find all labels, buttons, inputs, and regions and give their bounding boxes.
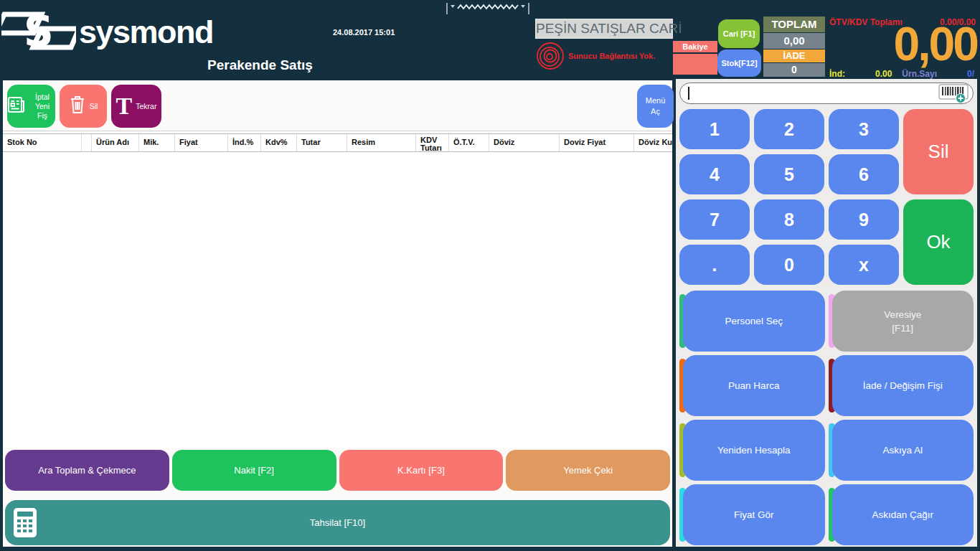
grand-total: 0,00 — [825, 17, 977, 70]
numpad: 1 2 3 Sil 4 5 6 7 8 9 Ok . 0 x — [679, 109, 974, 285]
receipt-icon — [7, 95, 26, 117]
splitter-handle[interactable] — [445, 1, 531, 19]
logo-text: sysmond — [79, 14, 213, 51]
hold-sale-button[interactable]: Askıya Al — [829, 420, 974, 481]
grid-body-empty — [3, 152, 672, 448]
column-header-empty — [82, 134, 92, 151]
column-header-doviz-kuru: Döviz Kuru — [634, 134, 672, 151]
collection-button[interactable]: Tahsilat [F10] — [5, 500, 670, 545]
numpad-key-4[interactable]: 4 — [679, 154, 750, 194]
datetime-label: 24.08.2017 15:01 — [333, 28, 395, 37]
column-header-mik: Mik. — [139, 134, 175, 151]
cari-button[interactable]: Cari [F1] — [718, 19, 760, 48]
logo-s-icon: S — [1, 7, 76, 57]
pos-window: S sysmond Perakende Satış 24.08.2017 15:… — [0, 0, 980, 551]
discount-label: İnd: — [829, 69, 845, 79]
function-button-panel: Personel Seç Veresiye [F11] Puan Harca — [679, 291, 974, 545]
discount-value: 0.00 — [875, 69, 892, 79]
grid-header-row: Stok No Ürün Adı Mik. Fiyat İnd.% Kdv% T… — [3, 133, 672, 152]
column-header-stok-no: Stok No — [3, 134, 82, 151]
trash-icon — [69, 95, 86, 118]
text-caret — [688, 87, 689, 100]
column-header-urun-adi: Ürün Adı — [92, 134, 139, 151]
toplam-label: TOPLAM — [763, 17, 825, 32]
column-header-otv: Ö.T.V. — [449, 134, 489, 151]
collection-label: Tahsilat [F10] — [310, 517, 365, 528]
header-bar: S sysmond Perakende Satış 24.08.2017 15:… — [0, 0, 980, 80]
cash-button[interactable]: Nakit [F2] — [172, 450, 336, 491]
balance-value-box — [673, 54, 717, 75]
recall-hold-button[interactable]: Askıdan Çağır — [829, 484, 974, 545]
numpad-key-8[interactable]: 8 — [754, 199, 824, 240]
column-header-kdv: Kdv% — [261, 134, 297, 151]
delete-line-label: Sil — [90, 102, 98, 111]
sales-panel: İptal Yeni Fiş Sil T Tekrar — [3, 80, 672, 547]
customer-display: PEŞİN SATIŞLAR CARİ — [535, 19, 673, 39]
toolbar: İptal Yeni Fiş Sil T Tekrar — [3, 80, 672, 131]
connection-status-text: Sunucu Bağlantısı Yok. — [568, 52, 655, 60]
repeat-label: Tekrar — [136, 102, 156, 111]
credit-card-button[interactable]: K.Kartı [F3] — [339, 450, 504, 491]
payment-button-row: Ara Toplam & Çekmece Nakit [F2] K.Kartı … — [5, 450, 670, 491]
column-header-ind: İnd.% — [228, 134, 261, 151]
numpad-key-3[interactable]: 3 — [829, 109, 899, 149]
barcode-input-wrap — [679, 83, 974, 104]
delete-line-button[interactable]: Sil — [60, 85, 107, 128]
totals-box: TOPLAM 0,00 İADE 0 — [763, 17, 825, 77]
column-header-resim: Resim — [347, 134, 416, 151]
calculator-icon — [13, 507, 37, 540]
numpad-key-dot[interactable]: . — [679, 245, 750, 285]
keypad-panel: 1 2 3 Sil 4 5 6 7 8 9 Ok . 0 x Personel … — [676, 79, 977, 547]
recalculate-button[interactable]: Yeniden Hesapla — [679, 420, 825, 481]
numpad-key-7[interactable]: 7 — [679, 199, 750, 240]
column-header-tutar: Tutar — [297, 134, 347, 151]
svg-text:S: S — [24, 7, 54, 55]
item-count-value: 0/ — [967, 69, 974, 79]
column-header-doviz-fiyat: Doviz Fiyat — [560, 134, 634, 151]
column-header-doviz: Döviz — [489, 134, 560, 151]
cancel-new-receipt-label: İptal Yeni Fiş — [29, 93, 55, 121]
repeat-button[interactable]: T Tekrar — [111, 85, 161, 128]
spend-points-button[interactable]: Puan Harca — [679, 355, 825, 416]
numpad-key-6[interactable]: 6 — [829, 154, 899, 194]
open-menu-label: Menü Aç — [646, 95, 666, 117]
stok-button[interactable]: Stok[F12] — [717, 50, 761, 77]
column-header-kdv-tutari: KDV Tutarı — [416, 134, 449, 151]
open-menu-button[interactable]: Menü Aç — [637, 85, 674, 128]
iade-value: 0 — [763, 63, 825, 77]
numpad-key-0[interactable]: 0 — [754, 245, 824, 285]
numpad-key-5[interactable]: 5 — [754, 154, 824, 194]
numpad-key-2[interactable]: 2 — [754, 109, 824, 149]
numpad-key-1[interactable]: 1 — [679, 109, 750, 149]
letter-t-icon: T — [116, 94, 133, 118]
numpad-delete-button[interactable]: Sil — [903, 109, 974, 194]
toplam-value: 0,00 — [763, 33, 825, 49]
page-title: Perakende Satış — [207, 57, 313, 73]
barcode-input[interactable] — [679, 83, 974, 104]
balance-label: Bakiye — [673, 41, 717, 52]
numpad-key-9[interactable]: 9 — [829, 199, 899, 240]
numpad-key-x[interactable]: x — [829, 245, 899, 285]
item-count-label: Ürn.Sayı — [902, 69, 937, 79]
barcode-icon[interactable] — [938, 84, 969, 106]
app-logo: S sysmond — [1, 7, 213, 57]
iade-label: İADE — [763, 50, 825, 62]
return-exchange-button[interactable]: İade / Değişim Fişi — [829, 355, 974, 416]
column-header-fiyat: Fiyat — [175, 134, 228, 151]
numpad-ok-button[interactable]: Ok — [903, 199, 974, 285]
cancel-new-receipt-button[interactable]: İptal Yeni Fiş — [7, 85, 55, 128]
select-staff-button[interactable]: Personel Seç — [679, 291, 825, 352]
connection-spiral-icon — [534, 40, 565, 75]
header-stats: İnd: 0.00 Ürn.Sayı 0/ — [829, 69, 974, 79]
credit-sale-button[interactable]: Veresiye [F11] — [829, 291, 974, 352]
price-check-button[interactable]: Fiyat Gör — [679, 484, 825, 545]
subtotal-drawer-button[interactable]: Ara Toplam & Çekmece — [5, 450, 169, 491]
meal-ticket-button[interactable]: Yemek Çeki — [506, 450, 670, 491]
